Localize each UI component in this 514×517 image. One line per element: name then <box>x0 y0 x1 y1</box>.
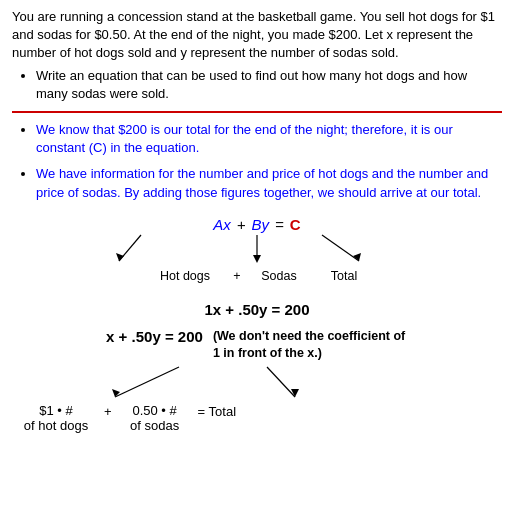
svg-marker-3 <box>253 255 261 263</box>
intro-bullet-list: Write an equation that can be used to fi… <box>36 67 502 103</box>
solution-bullet-list: We know that $200 is our total for the e… <box>36 121 502 202</box>
by-term: By <box>252 216 270 233</box>
ax-by-c-block: Ax + By = C Hot dogs + Sodas Total <box>12 216 502 283</box>
section-divider <box>12 111 502 113</box>
ax-term: Ax <box>213 216 231 233</box>
intro-paragraph: You are running a concession stand at th… <box>12 8 502 63</box>
equals-sign-1: = <box>275 216 284 233</box>
eq3-right: (We don't need the coefficient of 1 in f… <box>213 328 408 362</box>
eq2-text: 1x + .50y = 200 <box>204 301 309 318</box>
eq3-left: x + .50y = 200 <box>106 328 203 345</box>
bottom-labels-row: $1 • # of hot dogs + 0.50 • # of sodas =… <box>12 403 502 433</box>
solution-bullet-1: We know that $200 is our total for the e… <box>36 121 502 157</box>
svg-marker-9 <box>291 389 299 397</box>
arrows-svg-2-container <box>47 365 467 403</box>
ax-by-c-row: Ax + By = C <box>12 216 502 233</box>
intro-bullet-1: Write an equation that can be used to fi… <box>36 67 502 103</box>
svg-line-4 <box>322 235 359 261</box>
arrows-svg-2 <box>47 365 467 403</box>
solution-bullet-1-text: We know that $200 is our total for the e… <box>36 122 453 155</box>
total-label: Total <box>314 269 374 283</box>
hotdogs-label: Hot dogs <box>140 269 230 283</box>
svg-line-8 <box>267 367 295 397</box>
labels-row: Hot dogs + Sodas Total <box>12 269 502 283</box>
bottom-plus: + <box>104 403 112 419</box>
intro-section: You are running a concession stand at th… <box>12 8 502 103</box>
solution-bullet-2: We have information for the number and p… <box>36 165 502 201</box>
solution-section: We know that $200 is our total for the e… <box>12 121 502 434</box>
eq3-row: x + .50y = 200 (We don't need the coeffi… <box>12 328 502 362</box>
sodas-label: Sodas <box>244 269 314 283</box>
solution-bullet-2-text: We have information for the number and p… <box>36 166 488 199</box>
svg-line-6 <box>115 367 179 397</box>
arrows-svg-1 <box>97 233 417 269</box>
eq2-block: 1x + .50y = 200 <box>12 301 502 318</box>
c-term: C <box>290 216 301 233</box>
svg-marker-1 <box>116 253 124 261</box>
bottom-hotdogs: $1 • # of hot dogs <box>16 403 96 433</box>
bottom-sodas: 0.50 • # of sodas <box>120 403 190 433</box>
plus-sign-1: + <box>237 216 246 233</box>
plus-sign-2: + <box>230 269 244 283</box>
bottom-eq-total: = Total <box>198 403 236 419</box>
